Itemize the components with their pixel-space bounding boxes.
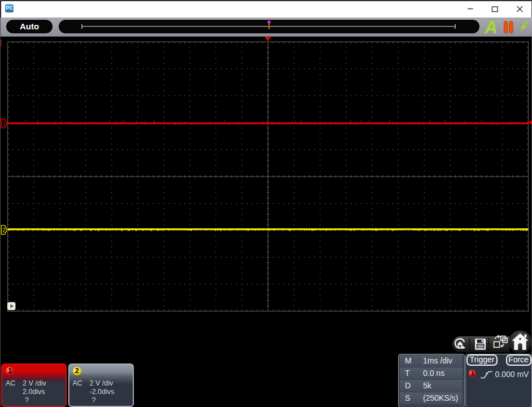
svg-text:A: A <box>483 18 500 37</box>
svg-text:1: 1 <box>2 120 6 127</box>
svg-text:2: 2 <box>2 227 6 233</box>
